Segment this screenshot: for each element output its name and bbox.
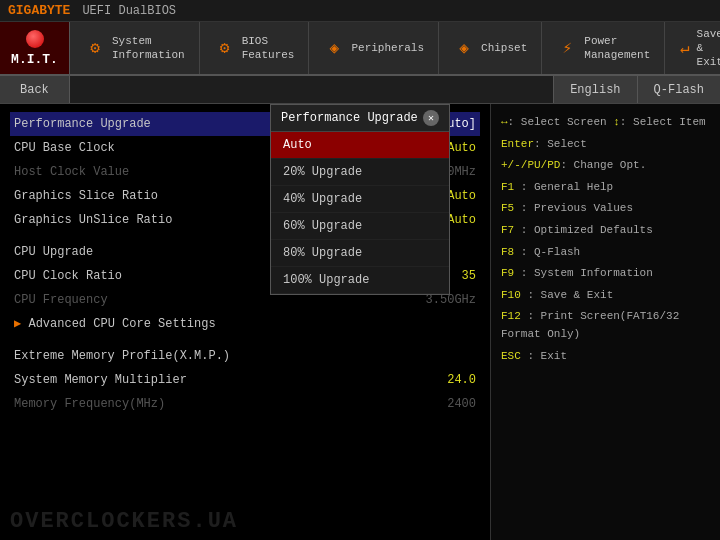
power-line2: Management <box>584 48 650 62</box>
power-line1: Power <box>584 34 650 48</box>
help-esc: ESC : Exit <box>501 346 710 368</box>
row-memory-multiplier[interactable]: System Memory Multiplier 24.0 <box>10 368 480 392</box>
bios-line2: Features <box>242 48 295 62</box>
dropdown-title-text: Performance Upgrade <box>281 111 418 125</box>
chipset-icon: ◈ <box>453 37 475 59</box>
system-icon: ⚙ <box>84 37 106 59</box>
bios-icon: ⚙ <box>214 37 236 59</box>
row-memory-frequency: Memory Frequency(MHz) 2400 <box>10 392 480 416</box>
system-line1: System <box>112 34 185 48</box>
help-f1: F1 : General Help <box>501 177 710 199</box>
system-line2: Information <box>112 48 185 62</box>
nav-item-peripherals[interactable]: ◈ Peripherals <box>309 22 439 74</box>
dropdown-option-100[interactable]: 100% Upgrade <box>271 267 449 294</box>
dropdown-title: Performance Upgrade ✕ <box>271 105 449 132</box>
dropdown-option-80[interactable]: 80% Upgrade <box>271 240 449 267</box>
nav-item-save[interactable]: ↵ Save & Exit <box>665 22 720 74</box>
back-button[interactable]: Back <box>0 76 70 103</box>
nav-item-bios[interactable]: ⚙ BIOS Features <box>200 22 310 74</box>
titlebar: GIGABYTE UEFI DualBIOS <box>0 0 720 22</box>
row-advanced-cpu[interactable]: ▶ Advanced CPU Core Settings <box>10 312 480 336</box>
right-panel: ↔: Select Screen ↕: Select Item Enter: S… <box>490 104 720 540</box>
dropdown-option-60[interactable]: 60% Upgrade <box>271 213 449 240</box>
help-f9: F9 : System Information <box>501 263 710 285</box>
help-select-screen: ↔: Select Screen ↕: Select Item <box>501 112 710 134</box>
save-label: Save & Exit <box>697 27 720 70</box>
help-enter: Enter: Select <box>501 134 710 156</box>
peripherals-icon: ◈ <box>323 37 345 59</box>
language-button[interactable]: English <box>553 76 636 103</box>
mit-label: M.I.T. <box>11 52 58 67</box>
nav-item-chipset[interactable]: ◈ Chipset <box>439 22 542 74</box>
dropdown-option-20[interactable]: 20% Upgrade <box>271 159 449 186</box>
navbar: M.I.T. ⚙ System Information ⚙ BIOS Featu… <box>0 22 720 76</box>
mit-dot <box>26 30 44 48</box>
dropdown-option-auto[interactable]: Auto <box>271 132 449 159</box>
help-change-opt: +/-/PU/PD: Change Opt. <box>501 155 710 177</box>
bios-line1: BIOS <box>242 34 295 48</box>
chipset-label: Chipset <box>481 41 527 55</box>
help-f7: F7 : Optimized Defaults <box>501 220 710 242</box>
uefi-label: UEFI DualBIOS <box>82 4 176 18</box>
nav-item-mit[interactable]: M.I.T. <box>0 22 70 74</box>
dropdown-close-button[interactable]: ✕ <box>423 110 439 126</box>
performance-upgrade-dropdown: Performance Upgrade ✕ Auto 20% Upgrade 4… <box>270 104 450 295</box>
row-xmp[interactable]: Extreme Memory Profile(X.M.P.) <box>10 344 480 368</box>
qflash-button[interactable]: Q-Flash <box>637 76 720 103</box>
nav-item-system[interactable]: ⚙ System Information <box>70 22 200 74</box>
help-f10: F10 : Save & Exit <box>501 285 710 307</box>
power-icon: ⚡ <box>556 37 578 59</box>
save-icon: ↵ <box>679 37 690 59</box>
dropdown-option-40[interactable]: 40% Upgrade <box>271 186 449 213</box>
toolbar: Back English Q-Flash <box>0 76 720 104</box>
help-f5: F5 : Previous Values <box>501 198 710 220</box>
help-f8: F8 : Q-Flash <box>501 242 710 264</box>
help-f12: F12 : Print Screen(FAT16/32 Format Only) <box>501 306 710 345</box>
brand-logo: GIGABYTE <box>8 3 70 18</box>
peripherals-label: Peripherals <box>351 41 424 55</box>
nav-item-power[interactable]: ⚡ Power Management <box>542 22 665 74</box>
